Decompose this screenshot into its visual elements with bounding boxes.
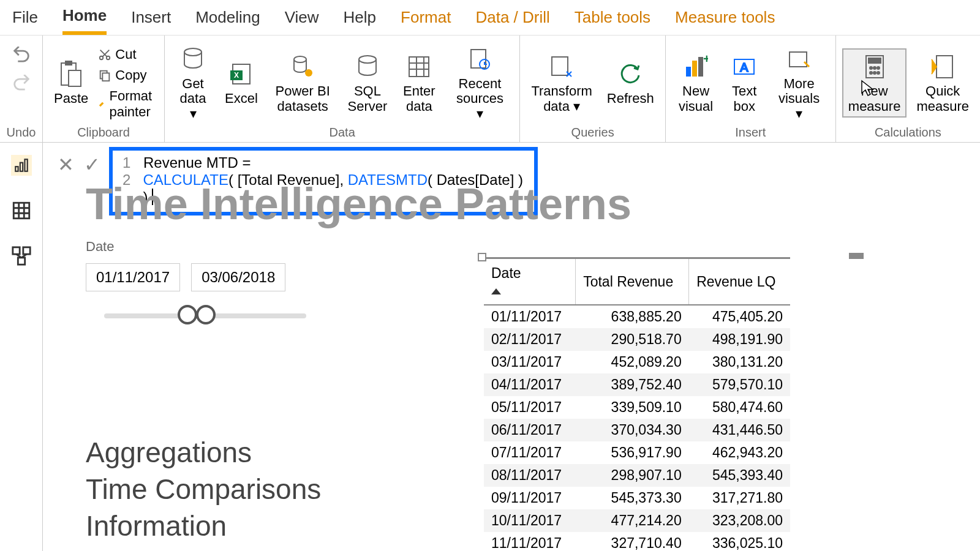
- table-cell: 327,710.40: [576, 532, 689, 551]
- menu-modeling[interactable]: Modeling: [195, 2, 260, 33]
- table-cell: 477,214.20: [576, 509, 689, 532]
- slider-handle-end[interactable]: [196, 305, 216, 324]
- transform-data-button[interactable]: Transform data ▾: [526, 50, 597, 116]
- table-cell: 370,034.30: [576, 419, 689, 441]
- svg-rect-36: [24, 159, 27, 171]
- menu-table-tools[interactable]: Table tools: [575, 2, 650, 33]
- sql-server-button[interactable]: SQL Server: [343, 50, 393, 116]
- navigation-text: AggregationsTime ComparisonsInformation: [86, 435, 321, 544]
- table-row[interactable]: 02/11/2017290,518.70498,191.90: [484, 328, 790, 351]
- table-cell: 380,131.20: [689, 351, 790, 373]
- text-box-button[interactable]: AText box: [725, 50, 764, 116]
- new-measure-button[interactable]: New measure: [842, 48, 907, 117]
- model-view-icon[interactable]: [11, 246, 32, 266]
- svg-point-12: [305, 69, 312, 77]
- formula-cancel-icon[interactable]: ✕: [58, 153, 74, 176]
- menu-home[interactable]: Home: [62, 0, 107, 35]
- svg-point-7: [184, 48, 202, 56]
- table-row[interactable]: 01/11/2017638,885.20475,405.20: [484, 305, 790, 328]
- copy-button[interactable]: Copy: [98, 67, 158, 83]
- excel-icon: X: [229, 62, 254, 86]
- ribbon-group-clipboard: Paste Cut Copy Format painter Clipboard: [43, 36, 165, 142]
- resize-handle-icon[interactable]: [849, 253, 864, 259]
- table-cell: 579,570.10: [689, 373, 790, 396]
- table-cell: 536,917.90: [576, 441, 689, 464]
- new-visual-button[interactable]: +New visual: [672, 50, 720, 116]
- nav-text-item[interactable]: Time Comparisons: [86, 471, 321, 508]
- undo-icon[interactable]: [11, 47, 32, 67]
- menu-data-drill[interactable]: Data / Drill: [475, 2, 549, 33]
- recent-icon: [467, 47, 492, 72]
- column-header[interactable]: Revenue LQ: [689, 259, 790, 305]
- svg-rect-19: [692, 61, 697, 77]
- cut-button[interactable]: Cut: [98, 47, 158, 62]
- svg-rect-39: [23, 247, 29, 254]
- format-painter-button[interactable]: Format painter: [98, 88, 158, 120]
- quick-measure-button[interactable]: Quick measure: [911, 50, 974, 116]
- table-cell: 05/11/2017: [484, 396, 576, 419]
- enter-data-button[interactable]: Enter data: [397, 50, 441, 116]
- menu-insert[interactable]: Insert: [131, 2, 171, 33]
- quick-calc-icon: [930, 54, 955, 79]
- svg-rect-14: [409, 57, 429, 77]
- slider-handle-start[interactable]: [178, 305, 197, 324]
- recent-sources-button[interactable]: Recent sources ▾: [446, 42, 513, 124]
- table-row[interactable]: 05/11/2017339,509.10580,474.60: [484, 396, 790, 419]
- svg-rect-38: [12, 247, 19, 254]
- table-row[interactable]: 08/11/2017298,907.10545,393.40: [484, 464, 790, 487]
- menu-view[interactable]: View: [285, 2, 319, 33]
- formula-commit-icon[interactable]: ✓: [84, 153, 100, 176]
- table-cell: 462,943.20: [689, 441, 790, 464]
- date-slicer[interactable]: Date 01/11/2017 03/06/2018: [86, 239, 361, 318]
- table-row[interactable]: 03/11/2017452,089.20380,131.20: [484, 351, 790, 373]
- ribbon-group-data: Get data ▾ XExcel Power BI datasets SQL …: [165, 36, 520, 142]
- resize-handle-icon[interactable]: [478, 253, 486, 261]
- report-canvas: Time Intelligence Patterns Date 01/11/20…: [49, 184, 980, 551]
- brush-icon: [98, 97, 105, 111]
- data-view-icon[interactable]: [11, 200, 32, 221]
- paste-button[interactable]: Paste: [49, 57, 93, 108]
- table-row[interactable]: 06/11/2017370,034.30431,446.50: [484, 419, 790, 441]
- menu-format[interactable]: Format: [401, 2, 451, 33]
- table-cell: 317,271.80: [689, 487, 790, 509]
- table-row[interactable]: 07/11/2017536,917.90462,943.20: [484, 441, 790, 464]
- more-visuals-button[interactable]: More visuals ▾: [769, 42, 829, 124]
- nav-text-item[interactable]: Information: [86, 508, 321, 545]
- column-header[interactable]: Date: [484, 259, 576, 305]
- cut-icon: [98, 48, 111, 61]
- svg-rect-26: [869, 58, 881, 63]
- excel-button[interactable]: XExcel: [220, 57, 263, 108]
- menu-file[interactable]: File: [12, 2, 38, 33]
- refresh-button[interactable]: Refresh: [602, 57, 659, 108]
- slicer-start-date[interactable]: 01/11/2017: [86, 263, 180, 291]
- table-cell: 07/11/2017: [484, 441, 576, 464]
- slicer-slider[interactable]: [104, 313, 306, 318]
- page-title: Time Intelligence Patterns: [86, 179, 631, 229]
- grid-icon: [407, 54, 431, 79]
- menu-measure-tools[interactable]: Measure tools: [675, 2, 775, 33]
- svg-text:A: A: [741, 61, 749, 74]
- paste-icon: [59, 59, 83, 89]
- table-row[interactable]: 09/11/2017545,373.30317,271.80: [484, 487, 790, 509]
- table-cell: 545,393.40: [689, 464, 790, 487]
- table-row[interactable]: 04/11/2017389,752.40579,570.10: [484, 373, 790, 396]
- report-view-icon[interactable]: [11, 155, 32, 176]
- table-cell: 01/11/2017: [484, 305, 576, 328]
- slicer-label: Date: [86, 239, 361, 255]
- data-table[interactable]: DateTotal RevenueRevenue LQ 01/11/201763…: [484, 257, 790, 551]
- pbi-datasets-button[interactable]: Power BI datasets: [268, 50, 338, 116]
- textbox-icon: A: [732, 54, 756, 79]
- table-row[interactable]: 11/11/2017327,710.40336,025.10: [484, 532, 790, 551]
- table-row[interactable]: 10/11/2017477,214.20323,208.00: [484, 509, 790, 532]
- slicer-end-date[interactable]: 03/06/2018: [191, 263, 285, 291]
- table-cell: 08/11/2017: [484, 464, 576, 487]
- get-data-button[interactable]: Get data ▾: [171, 42, 215, 124]
- svg-rect-6: [103, 73, 110, 81]
- copy-icon: [98, 69, 111, 82]
- ribbon-group-undo: Undo: [0, 36, 43, 142]
- nav-text-item[interactable]: Aggregations: [86, 435, 321, 471]
- column-header[interactable]: Total Revenue: [576, 259, 689, 305]
- menu-help[interactable]: Help: [344, 2, 376, 33]
- redo-icon[interactable]: [11, 75, 32, 96]
- table-cell: 11/11/2017: [484, 532, 576, 551]
